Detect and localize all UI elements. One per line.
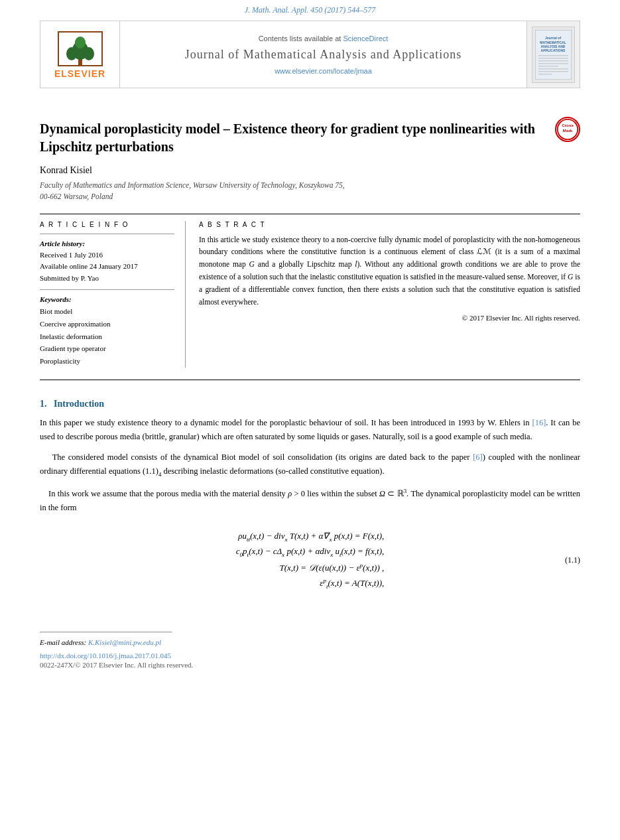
footnote-divider: [40, 632, 172, 633]
abstract-label: A B S T R A C T: [199, 221, 580, 228]
contents-line: Contents lists available at ScienceDirec…: [259, 35, 389, 42]
header-divider: [40, 214, 580, 214]
svg-rect-15: [538, 66, 558, 67]
article-history: Received 1 July 2016 Available online 24…: [40, 249, 174, 285]
keyword-3: Inelastic deformation: [40, 330, 174, 343]
keyword-2: Coercive approximation: [40, 318, 174, 330]
info-mid-divider: [40, 289, 174, 290]
science-direct-link[interactable]: ScienceDirect: [343, 35, 388, 42]
svg-rect-11: [538, 55, 568, 56]
ref-6-link[interactable]: [6]: [473, 453, 483, 462]
svg-rect-14: [538, 63, 568, 64]
copyright-text: © 2017 Elsevier Inc. All rights reserved…: [199, 314, 580, 322]
crossmark-icon: Cross Mark: [555, 117, 580, 142]
equation-1-1: ρutt(x,t) − divx T(x,t) + α∇x p(x,t) = F…: [40, 529, 580, 592]
author-name: Konrad Kisiel: [40, 165, 580, 176]
email-footnote: E-mail address: K.Kisiel@mini.pw.edu.pl: [40, 637, 580, 649]
svg-text:APPLICATIONS: APPLICATIONS: [541, 48, 566, 52]
svg-text:Cross: Cross: [562, 123, 574, 127]
journal-title-section: Contents lists available at ScienceDirec…: [120, 21, 527, 88]
svg-rect-17: [538, 71, 568, 72]
keyword-1: Biot model: [40, 305, 174, 318]
abstract-panel: A B S T R A C T In this article we study…: [199, 221, 580, 368]
citation-bar: J. Math. Anal. Appl. 450 (2017) 544–577: [0, 0, 620, 18]
intro-heading: 1. Introduction: [40, 399, 580, 409]
intro-paragraph-2: The considered model consists of the dyn…: [40, 451, 580, 480]
eq-row-3: T(x,t) = 𝒟(ε(u(x,t)) − εp(x,t)) ,: [231, 560, 389, 575]
introduction-section: 1. Introduction In this paper we study e…: [40, 399, 580, 592]
eq-row-1: ρutt(x,t) − divx T(x,t) + α∇x p(x,t) = F…: [231, 529, 389, 545]
journal-header: ELSEVIER Contents lists available at Sci…: [40, 21, 580, 88]
svg-point-4: [75, 36, 86, 48]
keyword-5: Poroplasticity: [40, 355, 174, 368]
ref-16-link[interactable]: [16]: [532, 418, 546, 427]
svg-point-2: [66, 47, 77, 60]
intro-paragraph-3: In this work we assume that the porous m…: [40, 486, 580, 516]
section-divider: [40, 380, 580, 380]
journal-title: Journal of Mathematical Analysis and App…: [185, 48, 462, 62]
article-info-panel: A R T I C L E I N F O Article history: R…: [40, 221, 186, 368]
affiliation: Faculty of Mathematics and Information S…: [40, 180, 580, 203]
svg-rect-16: [538, 68, 568, 70]
info-abstract-columns: A R T I C L E I N F O Article history: R…: [40, 221, 580, 368]
equation-number: (1.1): [565, 555, 580, 565]
keyword-4: Gradient type operator: [40, 342, 174, 355]
article-title: Dynamical poroplasticity model – Existen…: [40, 120, 548, 156]
doi-link[interactable]: http://dx.doi.org/10.1016/j.jmaa.2017.01…: [40, 652, 171, 660]
journal-thumbnail-image: Journal of MATHEMATICAL ANALYSIS AND APP…: [532, 27, 575, 83]
svg-point-3: [84, 47, 94, 60]
keywords-list: Biot model Coercive approximation Inelas…: [40, 305, 174, 367]
svg-text:Mark: Mark: [563, 128, 573, 133]
elsevier-logo-section: ELSEVIER: [40, 21, 120, 88]
keywords-title: Keywords:: [40, 295, 174, 303]
elsevier-tree-icon: [57, 31, 103, 67]
footnote-area: E-mail address: K.Kisiel@mini.pw.edu.pl …: [40, 632, 580, 669]
svg-text:Journal of: Journal of: [545, 36, 562, 40]
svg-rect-13: [538, 60, 568, 62]
thumbnail-svg: Journal of MATHEMATICAL ANALYSIS AND APP…: [535, 30, 572, 80]
eq-row-2: c0pt(x,t) − cΔx p(x,t) + αdivx ut(x,t) =…: [231, 544, 389, 560]
eq-row-4: εpt(x,t) = A(T(x,t)),: [231, 575, 389, 592]
journal-url[interactable]: www.elsevier.com/locate/jmaa: [275, 67, 372, 75]
citation-text: J. Math. Anal. Appl. 450 (2017) 544–577: [245, 5, 376, 15]
elsevier-logo: ELSEVIER: [54, 31, 105, 79]
abstract-text: In this article we study existence theor…: [199, 234, 580, 309]
info-top-divider: [40, 234, 174, 234]
doi-line[interactable]: http://dx.doi.org/10.1016/j.jmaa.2017.01…: [40, 652, 580, 660]
intro-paragraph-1: In this paper we study existence theory …: [40, 416, 580, 445]
svg-rect-12: [538, 58, 568, 59]
journal-cover-thumbnail: Journal of MATHEMATICAL ANALYSIS AND APP…: [527, 21, 580, 88]
svg-rect-18: [538, 74, 552, 75]
email-link[interactable]: K.Kisiel@mini.pw.edu.pl: [88, 638, 161, 646]
main-content: Dynamical poroplasticity model – Existen…: [0, 91, 620, 682]
article-info-label: A R T I C L E I N F O: [40, 221, 174, 228]
article-history-title: Article history:: [40, 240, 174, 247]
issn-line: 0022-247X/© 2017 Elsevier Inc. All right…: [40, 661, 580, 669]
crossmark-badge[interactable]: Cross Mark: [555, 117, 580, 142]
elsevier-wordmark: ELSEVIER: [54, 68, 105, 79]
